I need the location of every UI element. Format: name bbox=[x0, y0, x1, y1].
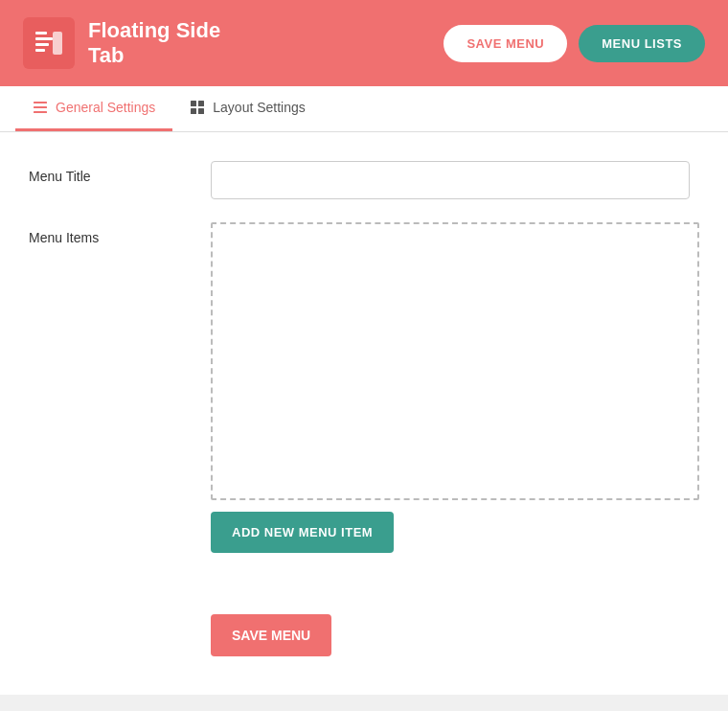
menu-lists-button[interactable]: MENU LISTS bbox=[579, 25, 705, 62]
save-menu-header-button[interactable]: SAVE MENU bbox=[444, 25, 567, 62]
menu-title-label: Menu Title bbox=[29, 161, 211, 184]
general-settings-icon bbox=[33, 100, 48, 115]
menu-items-field: ADD NEW MENU ITEM bbox=[211, 222, 699, 553]
svg-rect-8 bbox=[191, 101, 196, 106]
tab-layout-settings[interactable]: Layout Settings bbox=[172, 86, 323, 131]
header-actions: SAVE MENU MENU LISTS bbox=[444, 25, 705, 62]
layout-settings-icon bbox=[190, 100, 205, 115]
menu-items-row: Menu Items ADD NEW MENU ITEM bbox=[29, 222, 699, 553]
header-branding: Floating Side Tab bbox=[23, 17, 220, 69]
svg-rect-6 bbox=[34, 106, 47, 108]
app-title: Floating Side Tab bbox=[88, 18, 220, 69]
tab-layout-settings-label: Layout Settings bbox=[213, 100, 306, 115]
tab-general-settings[interactable]: General Settings bbox=[15, 86, 172, 131]
menu-items-label: Menu Items bbox=[29, 222, 211, 245]
app-header: Floating Side Tab SAVE MENU MENU LISTS bbox=[0, 0, 728, 86]
svg-rect-4 bbox=[53, 32, 62, 55]
menu-title-field bbox=[211, 161, 699, 199]
menu-title-row: Menu Title bbox=[29, 161, 699, 199]
main-content: Menu Title Menu Items ADD NEW MENU ITEM … bbox=[0, 132, 728, 695]
svg-rect-1 bbox=[35, 37, 53, 40]
svg-rect-10 bbox=[191, 108, 196, 114]
svg-rect-5 bbox=[34, 102, 47, 103]
add-new-menu-item-button[interactable]: ADD NEW MENU ITEM bbox=[211, 512, 394, 553]
svg-rect-11 bbox=[198, 108, 204, 114]
menu-title-input[interactable] bbox=[211, 161, 690, 199]
app-logo-box bbox=[23, 17, 75, 69]
tabs-navigation: General Settings Layout Settings bbox=[0, 86, 728, 132]
save-menu-bottom-button[interactable]: SAVE MENU bbox=[211, 614, 331, 656]
svg-rect-9 bbox=[198, 101, 204, 106]
app-logo-icon bbox=[34, 28, 64, 58]
menu-items-drop-area bbox=[211, 222, 699, 500]
svg-rect-0 bbox=[35, 32, 47, 34]
svg-rect-2 bbox=[35, 43, 49, 46]
tab-general-settings-label: General Settings bbox=[56, 100, 155, 115]
svg-rect-3 bbox=[35, 49, 45, 52]
svg-rect-7 bbox=[34, 111, 47, 113]
